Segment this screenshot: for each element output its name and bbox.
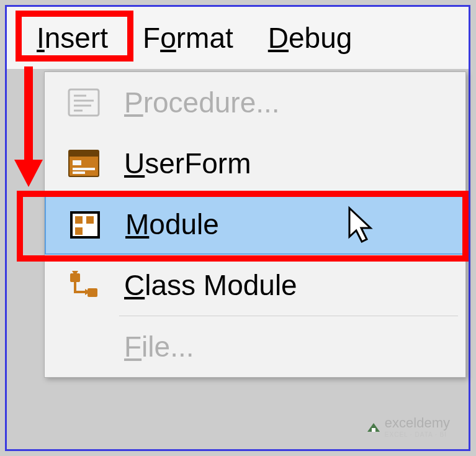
menu-debug-accel: D: [268, 22, 289, 54]
annotation-arrow: [18, 66, 39, 191]
svg-rect-6: [69, 150, 99, 157]
menu-item-userform-label: UserForm: [112, 147, 251, 180]
menu-item-file: File...: [45, 316, 465, 377]
menu-format[interactable]: Format: [125, 16, 251, 60]
menu-item-classmodule[interactable]: Class Module: [45, 255, 465, 316]
svg-rect-0: [69, 89, 99, 116]
svg-rect-18: [372, 428, 375, 432]
svg-rect-7: [73, 160, 81, 165]
menu-format-accel: o: [160, 22, 176, 54]
menu-item-procedure-label: Procedure...: [112, 86, 280, 119]
module-icon: [57, 209, 113, 240]
svg-rect-12: [86, 216, 94, 224]
userform-icon: [56, 148, 112, 179]
menubar: Insert Format Debug: [7, 7, 469, 69]
menu-item-module[interactable]: Module: [45, 194, 465, 255]
menu-format-rest: rmat: [176, 22, 233, 54]
watermark-brand: exceldemy: [385, 415, 450, 431]
svg-rect-11: [75, 216, 83, 224]
watermark-logo-icon: [366, 419, 381, 434]
menu-item-userform[interactable]: UserForm: [45, 133, 465, 194]
menu-insert[interactable]: Insert: [19, 16, 125, 60]
watermark-tagline: EXCEL · DATA · BI: [385, 431, 450, 438]
menu-insert-rest: nsert: [45, 22, 108, 54]
classmodule-icon: [56, 270, 112, 301]
menu-debug-rest: ebug: [289, 22, 352, 54]
svg-rect-8: [73, 168, 95, 170]
menu-item-classmodule-label: Class Module: [112, 268, 297, 302]
svg-rect-9: [73, 171, 85, 174]
window-frame: Insert Format Debug Procedure...: [5, 5, 470, 451]
menu-debug[interactable]: Debug: [251, 16, 370, 60]
svg-rect-13: [75, 227, 83, 235]
menu-item-file-label: File...: [112, 330, 194, 363]
menu-item-module-label: Module: [113, 207, 219, 241]
menu-item-procedure: Procedure...: [45, 72, 465, 133]
procedure-icon: [56, 87, 112, 118]
menu-format-pre: F: [143, 22, 160, 54]
menu-insert-accel: I: [37, 22, 45, 54]
insert-dropdown: Procedure... UserForm: [44, 71, 466, 378]
watermark: exceldemy EXCEL · DATA · BI: [366, 415, 450, 438]
